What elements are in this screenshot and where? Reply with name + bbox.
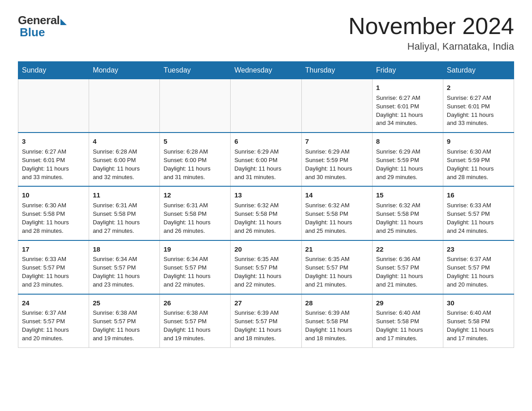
day-number: 16 bbox=[447, 190, 510, 200]
day-number: 3 bbox=[22, 137, 85, 146]
day-number: 12 bbox=[163, 190, 227, 200]
calendar-day-cell: 2Sunrise: 6:27 AM Sunset: 6:01 PM Daylig… bbox=[443, 79, 514, 133]
weekday-header-monday: Monday bbox=[89, 62, 160, 79]
calendar-day-cell: 10Sunrise: 6:30 AM Sunset: 5:58 PM Dayli… bbox=[18, 186, 89, 240]
day-number: 7 bbox=[305, 137, 369, 146]
location-title: Haliyal, Karnataka, India bbox=[348, 41, 514, 52]
calendar-day-cell: 1Sunrise: 6:27 AM Sunset: 6:01 PM Daylig… bbox=[372, 79, 443, 133]
weekday-header-friday: Friday bbox=[372, 62, 443, 79]
day-info: Sunrise: 6:32 AM Sunset: 5:58 PM Dayligh… bbox=[376, 201, 439, 235]
calendar-day-cell: 22Sunrise: 6:36 AM Sunset: 5:57 PM Dayli… bbox=[372, 240, 443, 294]
calendar-day-cell: 29Sunrise: 6:40 AM Sunset: 5:58 PM Dayli… bbox=[372, 294, 443, 348]
day-info: Sunrise: 6:38 AM Sunset: 5:57 PM Dayligh… bbox=[93, 309, 156, 342]
day-info: Sunrise: 6:31 AM Sunset: 5:58 PM Dayligh… bbox=[93, 201, 156, 235]
day-number: 29 bbox=[376, 298, 439, 308]
logo-blue-text: Blue bbox=[20, 26, 45, 39]
day-info: Sunrise: 6:39 AM Sunset: 5:57 PM Dayligh… bbox=[234, 309, 297, 342]
day-number: 27 bbox=[234, 298, 297, 308]
day-info: Sunrise: 6:33 AM Sunset: 5:57 PM Dayligh… bbox=[447, 201, 510, 235]
calendar-day-cell bbox=[160, 79, 231, 133]
calendar-day-cell: 4Sunrise: 6:28 AM Sunset: 6:00 PM Daylig… bbox=[89, 133, 160, 186]
calendar-day-cell: 24Sunrise: 6:37 AM Sunset: 5:57 PM Dayli… bbox=[18, 294, 89, 348]
calendar-day-cell: 30Sunrise: 6:40 AM Sunset: 5:58 PM Dayli… bbox=[443, 294, 514, 348]
day-info: Sunrise: 6:40 AM Sunset: 5:58 PM Dayligh… bbox=[376, 309, 439, 342]
day-number: 10 bbox=[22, 190, 85, 200]
calendar-day-cell bbox=[89, 79, 160, 133]
day-info: Sunrise: 6:32 AM Sunset: 5:58 PM Dayligh… bbox=[305, 201, 369, 235]
logo: General Blue bbox=[18, 13, 67, 39]
calendar-day-cell: 14Sunrise: 6:32 AM Sunset: 5:58 PM Dayli… bbox=[301, 186, 372, 240]
day-info: Sunrise: 6:29 AM Sunset: 5:59 PM Dayligh… bbox=[305, 148, 369, 181]
calendar-day-cell: 9Sunrise: 6:30 AM Sunset: 5:59 PM Daylig… bbox=[443, 133, 514, 186]
day-info: Sunrise: 6:27 AM Sunset: 6:01 PM Dayligh… bbox=[376, 94, 439, 128]
day-info: Sunrise: 6:34 AM Sunset: 5:57 PM Dayligh… bbox=[163, 255, 227, 289]
calendar-week-row: 3Sunrise: 6:27 AM Sunset: 6:01 PM Daylig… bbox=[18, 133, 514, 186]
day-number: 30 bbox=[447, 298, 510, 308]
day-info: Sunrise: 6:35 AM Sunset: 5:57 PM Dayligh… bbox=[234, 255, 297, 289]
day-number: 13 bbox=[234, 190, 297, 200]
day-number: 20 bbox=[234, 244, 297, 254]
day-info: Sunrise: 6:38 AM Sunset: 5:57 PM Dayligh… bbox=[163, 309, 227, 342]
day-number: 28 bbox=[305, 298, 369, 308]
calendar-day-cell: 6Sunrise: 6:29 AM Sunset: 6:00 PM Daylig… bbox=[231, 133, 301, 186]
header: General Blue November 2024 Haliyal, Karn… bbox=[18, 13, 514, 52]
calendar-day-cell bbox=[18, 79, 89, 133]
calendar-day-cell: 18Sunrise: 6:34 AM Sunset: 5:57 PM Dayli… bbox=[89, 240, 160, 294]
weekday-header-sunday: Sunday bbox=[18, 62, 89, 79]
day-info: Sunrise: 6:32 AM Sunset: 5:58 PM Dayligh… bbox=[234, 201, 297, 235]
day-info: Sunrise: 6:27 AM Sunset: 6:01 PM Dayligh… bbox=[447, 94, 510, 128]
calendar-day-cell: 17Sunrise: 6:33 AM Sunset: 5:57 PM Dayli… bbox=[18, 240, 89, 294]
day-number: 25 bbox=[93, 298, 156, 308]
month-title: November 2024 bbox=[348, 13, 514, 39]
day-number: 17 bbox=[22, 244, 85, 254]
day-info: Sunrise: 6:30 AM Sunset: 5:59 PM Dayligh… bbox=[447, 148, 510, 181]
calendar-week-row: 1Sunrise: 6:27 AM Sunset: 6:01 PM Daylig… bbox=[18, 79, 514, 133]
day-number: 15 bbox=[376, 190, 439, 200]
day-number: 14 bbox=[305, 190, 369, 200]
weekday-header-saturday: Saturday bbox=[443, 62, 514, 79]
calendar-day-cell bbox=[231, 79, 301, 133]
day-info: Sunrise: 6:36 AM Sunset: 5:57 PM Dayligh… bbox=[376, 255, 439, 289]
day-number: 6 bbox=[234, 137, 297, 146]
day-number: 5 bbox=[163, 137, 227, 146]
day-number: 23 bbox=[447, 244, 510, 254]
calendar-week-row: 10Sunrise: 6:30 AM Sunset: 5:58 PM Dayli… bbox=[18, 186, 514, 240]
calendar-day-cell: 28Sunrise: 6:39 AM Sunset: 5:58 PM Dayli… bbox=[301, 294, 372, 348]
calendar-day-cell: 19Sunrise: 6:34 AM Sunset: 5:57 PM Dayli… bbox=[160, 240, 231, 294]
day-info: Sunrise: 6:27 AM Sunset: 6:01 PM Dayligh… bbox=[22, 148, 85, 181]
calendar-table: SundayMondayTuesdayWednesdayThursdayFrid… bbox=[18, 61, 514, 348]
day-number: 1 bbox=[376, 83, 439, 93]
calendar-day-cell: 20Sunrise: 6:35 AM Sunset: 5:57 PM Dayli… bbox=[231, 240, 301, 294]
day-info: Sunrise: 6:29 AM Sunset: 6:00 PM Dayligh… bbox=[234, 148, 297, 181]
calendar-day-cell: 8Sunrise: 6:29 AM Sunset: 5:59 PM Daylig… bbox=[372, 133, 443, 186]
day-number: 21 bbox=[305, 244, 369, 254]
day-info: Sunrise: 6:31 AM Sunset: 5:58 PM Dayligh… bbox=[163, 201, 227, 235]
calendar-day-cell: 21Sunrise: 6:35 AM Sunset: 5:57 PM Dayli… bbox=[301, 240, 372, 294]
day-info: Sunrise: 6:39 AM Sunset: 5:58 PM Dayligh… bbox=[305, 309, 369, 342]
day-info: Sunrise: 6:35 AM Sunset: 5:57 PM Dayligh… bbox=[305, 255, 369, 289]
calendar-day-cell bbox=[301, 79, 372, 133]
calendar-day-cell: 13Sunrise: 6:32 AM Sunset: 5:58 PM Dayli… bbox=[231, 186, 301, 240]
weekday-header-row: SundayMondayTuesdayWednesdayThursdayFrid… bbox=[18, 62, 514, 79]
day-info: Sunrise: 6:29 AM Sunset: 5:59 PM Dayligh… bbox=[376, 148, 439, 181]
calendar-week-row: 24Sunrise: 6:37 AM Sunset: 5:57 PM Dayli… bbox=[18, 294, 514, 348]
day-info: Sunrise: 6:40 AM Sunset: 5:58 PM Dayligh… bbox=[447, 309, 510, 342]
day-number: 11 bbox=[93, 190, 156, 200]
calendar-day-cell: 25Sunrise: 6:38 AM Sunset: 5:57 PM Dayli… bbox=[89, 294, 160, 348]
day-number: 24 bbox=[22, 298, 85, 308]
calendar-day-cell: 15Sunrise: 6:32 AM Sunset: 5:58 PM Dayli… bbox=[372, 186, 443, 240]
day-number: 22 bbox=[376, 244, 439, 254]
calendar-week-row: 17Sunrise: 6:33 AM Sunset: 5:57 PM Dayli… bbox=[18, 240, 514, 294]
calendar-day-cell: 7Sunrise: 6:29 AM Sunset: 5:59 PM Daylig… bbox=[301, 133, 372, 186]
title-area: November 2024 Haliyal, Karnataka, India bbox=[348, 13, 514, 52]
day-number: 18 bbox=[93, 244, 156, 254]
day-info: Sunrise: 6:28 AM Sunset: 6:00 PM Dayligh… bbox=[163, 148, 227, 181]
calendar-day-cell: 16Sunrise: 6:33 AM Sunset: 5:57 PM Dayli… bbox=[443, 186, 514, 240]
calendar-day-cell: 5Sunrise: 6:28 AM Sunset: 6:00 PM Daylig… bbox=[160, 133, 231, 186]
day-number: 19 bbox=[163, 244, 227, 254]
calendar-day-cell: 12Sunrise: 6:31 AM Sunset: 5:58 PM Dayli… bbox=[160, 186, 231, 240]
day-number: 2 bbox=[447, 83, 510, 93]
day-info: Sunrise: 6:33 AM Sunset: 5:57 PM Dayligh… bbox=[22, 255, 85, 289]
day-number: 9 bbox=[447, 137, 510, 146]
day-info: Sunrise: 6:28 AM Sunset: 6:00 PM Dayligh… bbox=[93, 148, 156, 181]
